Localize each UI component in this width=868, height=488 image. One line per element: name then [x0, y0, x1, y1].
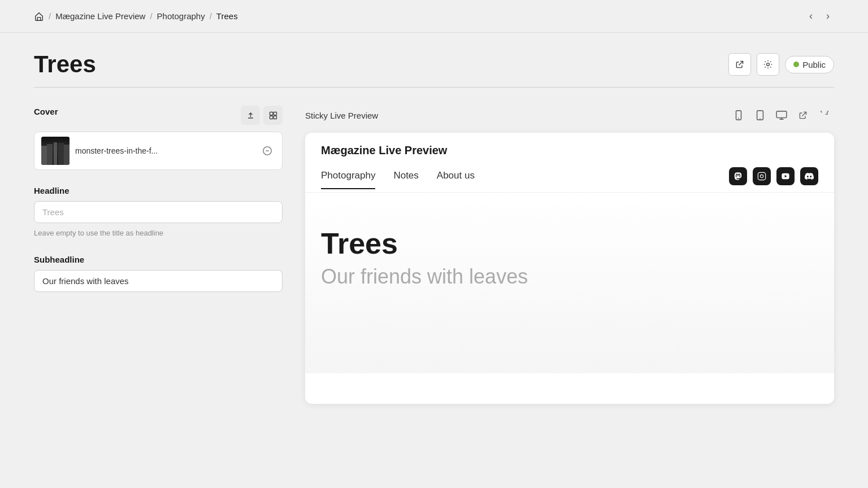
- upload-cover-button[interactable]: [241, 106, 260, 125]
- cover-header: Cover: [34, 106, 283, 125]
- preview-nav-link-about[interactable]: About us: [437, 170, 475, 189]
- svg-rect-1: [270, 112, 272, 115]
- nav-arrows: ‹ ›: [805, 8, 834, 24]
- cover-actions: [241, 106, 283, 125]
- preview-article-subtitle: Our friends with leaves: [321, 265, 818, 289]
- home-icon[interactable]: [34, 11, 44, 21]
- breadcrumb-current: Trees: [216, 11, 238, 21]
- cover-thumbnail: [41, 137, 70, 165]
- mobile-small-view-button[interactable]: [729, 106, 748, 125]
- live-preview-card: Mægazine Live Preview Photography Notes …: [305, 133, 834, 404]
- external-link-button[interactable]: [728, 53, 751, 76]
- cover-section: Cover: [34, 106, 283, 170]
- svg-point-0: [767, 63, 770, 66]
- public-status-dot: [793, 62, 799, 67]
- preview-social-icons: [729, 167, 818, 192]
- cover-label: Cover: [34, 107, 58, 116]
- headline-input[interactable]: [34, 201, 283, 223]
- right-panel: Sticky Live Preview: [305, 106, 834, 404]
- mastodon-icon-button[interactable]: [729, 167, 747, 185]
- preview-content: Trees Our friends with leaves: [305, 193, 834, 373]
- open-preview-button[interactable]: [793, 106, 813, 125]
- refresh-preview-button[interactable]: [815, 106, 834, 125]
- svg-point-13: [763, 174, 764, 175]
- preview-nav-links: Photography Notes About us: [321, 167, 818, 192]
- preview-view-buttons: [729, 106, 834, 125]
- svg-point-9: [760, 118, 761, 119]
- layout-cover-button[interactable]: [263, 106, 283, 125]
- settings-button[interactable]: [757, 53, 779, 76]
- cover-item-left: monster-trees-in-the-f...: [41, 137, 158, 165]
- public-status-label: Public: [802, 60, 826, 69]
- svg-rect-2: [274, 112, 276, 115]
- svg-point-7: [738, 118, 739, 119]
- svg-rect-10: [776, 111, 787, 118]
- header-actions: Public: [728, 53, 834, 76]
- breadcrumb-home[interactable]: Mægazine Live Preview: [55, 11, 145, 21]
- instagram-icon-button[interactable]: [753, 167, 771, 185]
- headline-section: Headline Leave empty to use the title as…: [34, 186, 283, 239]
- svg-rect-4: [274, 116, 276, 119]
- main-content: Cover: [0, 88, 868, 422]
- breadcrumb-sep-3: /: [210, 11, 212, 21]
- cover-filename: monster-trees-in-the-f...: [75, 146, 158, 155]
- subheadline-label: Subheadline: [34, 255, 283, 264]
- public-status-button[interactable]: Public: [785, 56, 834, 73]
- desktop-view-button[interactable]: [772, 106, 791, 125]
- breadcrumb: / Mægazine Live Preview / Photography / …: [34, 11, 238, 21]
- cover-remove-button[interactable]: [259, 143, 275, 159]
- preview-nav-link-notes[interactable]: Notes: [393, 170, 418, 189]
- page-title: Trees: [34, 51, 96, 78]
- preview-title-label: Sticky Live Preview: [305, 111, 378, 120]
- preview-site-title: Mægazine Live Preview: [321, 144, 818, 157]
- left-panel: Cover: [34, 106, 305, 404]
- page-header: Trees Public: [0, 33, 868, 87]
- headline-hint: Leave empty to use the title as headline: [34, 228, 283, 239]
- breadcrumb-sep-2: /: [150, 11, 152, 21]
- top-nav: / Mægazine Live Preview / Photography / …: [0, 0, 868, 33]
- youtube-icon-button[interactable]: [776, 167, 795, 185]
- mobile-view-button[interactable]: [750, 106, 770, 125]
- breadcrumb-sep-1: /: [49, 11, 51, 21]
- nav-forward-button[interactable]: ›: [822, 8, 834, 24]
- svg-point-12: [760, 175, 763, 177]
- subheadline-input[interactable]: [34, 270, 283, 292]
- preview-nav: Mægazine Live Preview Photography Notes …: [305, 133, 834, 193]
- preview-article-title: Trees: [321, 226, 818, 260]
- cover-item: monster-trees-in-the-f...: [34, 132, 283, 170]
- subheadline-section: Subheadline: [34, 255, 283, 292]
- discord-icon-button[interactable]: [800, 167, 818, 185]
- svg-rect-3: [270, 116, 272, 119]
- preview-header: Sticky Live Preview: [305, 106, 834, 125]
- headline-label: Headline: [34, 186, 283, 195]
- svg-rect-11: [758, 172, 765, 180]
- breadcrumb-section[interactable]: Photography: [157, 11, 205, 21]
- nav-back-button[interactable]: ‹: [805, 8, 817, 24]
- cover-thumbnail-image: [41, 137, 70, 165]
- preview-nav-link-photography[interactable]: Photography: [321, 170, 375, 189]
